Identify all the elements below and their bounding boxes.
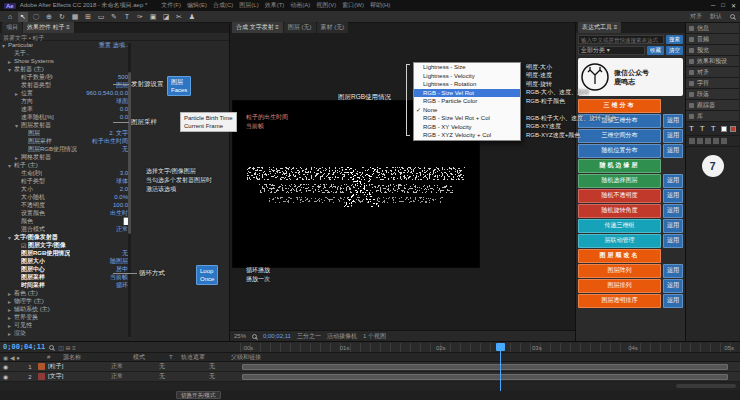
magnify-icon[interactable] (252, 334, 257, 339)
resolution-select[interactable]: 三分之一 (297, 332, 321, 341)
property-value[interactable]: 球面 (116, 97, 128, 106)
effect-property-row[interactable]: 图层大小 随图层 (0, 257, 132, 265)
dropdown-option[interactable]: RGB - Particle Color RGB-粒子颜色 (414, 97, 520, 106)
apply-chip-button[interactable]: 运用 (663, 204, 683, 218)
maximize-icon[interactable]: □ (721, 2, 725, 9)
trkmat-header[interactable]: 轨道遮罩 (178, 353, 228, 362)
tool-icon[interactable]: ▦ (70, 12, 80, 22)
effect-property-row[interactable]: ▸ 位置 960.0,540.0,0.0 (0, 89, 132, 97)
dock-panel-header[interactable]: 信息 (686, 23, 739, 34)
effect-property-row[interactable]: 关于.. (0, 49, 132, 57)
apply-chip-button[interactable]: 运用 (663, 174, 683, 188)
dock-panel-header[interactable]: 段落 (686, 89, 739, 100)
dock-panel-header[interactable]: 对齐 (686, 67, 739, 78)
layer-duration-bar[interactable] (242, 374, 728, 380)
property-value[interactable]: 0.0 (120, 114, 128, 120)
dock-panel-header[interactable]: 库 (686, 111, 739, 122)
tool-icon[interactable]: ✎ (109, 12, 119, 22)
layer-duration-bar[interactable] (242, 364, 728, 370)
menu-item[interactable]: 效果(T) (265, 1, 285, 10)
layer-name[interactable]: [粒子] (48, 362, 111, 371)
property-value[interactable]: 正常 (116, 225, 128, 234)
effect-property-row[interactable]: ▾ 文字/图像发射器 (0, 233, 132, 241)
tool-icon[interactable]: ▭ (96, 12, 106, 22)
dock-panel-header[interactable]: 预览 (686, 45, 739, 56)
clear-button[interactable]: 清空 (666, 46, 683, 55)
minimize-icon[interactable]: ─ (711, 2, 715, 9)
dropdown-option[interactable]: RGB - XYZ Velocity + Col RGB-XYZ速度+颜色 (414, 131, 520, 140)
effect-property-row[interactable]: 发射器类型 图层 (0, 81, 132, 89)
layer-row[interactable]: ◉ 2 [文字] 正常 无 无 (0, 372, 740, 382)
dropdown-option[interactable]: Lightness - Size 明度-大小 (414, 63, 520, 72)
apply-chip-button[interactable]: 运用 (663, 114, 683, 128)
panel-tab[interactable]: 图层 (无) (284, 22, 316, 33)
menu-item[interactable]: 图层(L) (239, 1, 258, 10)
timeline-zoom-scrollbar[interactable] (676, 384, 736, 388)
script-action-button[interactable]: 随机位置分布 (578, 144, 661, 158)
menu-item[interactable]: 文件(F) (161, 1, 181, 10)
layer-color-chip[interactable] (38, 363, 45, 370)
effect-property-row[interactable]: ▾ 发射器 (主) (0, 65, 132, 73)
script-action-button[interactable]: 随机边缘层 (578, 159, 661, 173)
property-value[interactable]: 500 (118, 74, 128, 80)
expression-search-input[interactable] (578, 35, 664, 44)
effect-property-row[interactable]: 方向 球面 (0, 97, 132, 105)
tool-icon[interactable]: ♟ (187, 12, 197, 22)
tool-icon[interactable]: ▣ (148, 12, 158, 22)
apply-chip-button[interactable]: 运用 (663, 264, 683, 278)
search-icon[interactable] (730, 14, 735, 19)
script-action-button[interactable]: 随机选择图层 (578, 174, 661, 188)
tool-icon[interactable]: ↻ (57, 12, 67, 22)
dropdown-option[interactable]: RGB - Size Vel Rot + Col RGB-粒子大小、速度、旋转+… (414, 114, 520, 123)
tool-icon[interactable]: ⊞ (83, 12, 93, 22)
workspace-selector[interactable]: 默认 (710, 12, 722, 21)
property-value[interactable]: 3.0 (120, 170, 128, 176)
script-action-button[interactable]: 图层阵列 (578, 264, 661, 278)
layer-name[interactable]: [文字] (48, 372, 111, 381)
script-action-button[interactable]: 随机旋转角度 (578, 204, 661, 218)
dock-panel-header[interactable]: 字符 (686, 78, 739, 89)
apply-chip-button[interactable]: 运用 (663, 189, 683, 203)
source-name-header[interactable]: 源名称 (60, 353, 130, 362)
parent-link-header[interactable]: 父级和链接 (228, 353, 292, 362)
tool-icon[interactable]: ◪ (161, 12, 171, 22)
tool-icon[interactable]: T (122, 12, 132, 22)
dock-panel-header[interactable]: 效果和预设 (686, 56, 739, 67)
panel-tab[interactable]: 项目 (2, 22, 22, 33)
dropdown-option[interactable]: Lightness - Velocity 明度-速度 (414, 72, 520, 81)
tool-icon[interactable]: ✑ (135, 12, 145, 22)
panel-tab[interactable]: 合成 文字发射 ≡ (232, 22, 283, 33)
property-checkbox[interactable]: ☑ (21, 242, 28, 249)
fill-color-swatch[interactable] (721, 126, 727, 132)
property-value[interactable]: 960.0,540.0,0.0 (86, 90, 128, 96)
effect-property-row[interactable]: 图层RGB使用情况 无 (0, 145, 132, 153)
apply-chip-button[interactable]: 运用 (663, 219, 683, 233)
dock-panel-header[interactable]: 音频 (686, 34, 739, 45)
effect-property-row[interactable]: 粒子类型 球体 (0, 177, 132, 185)
visibility-eye-icon[interactable]: ◉ (0, 373, 22, 380)
menu-item[interactable]: 动画(A) (290, 1, 310, 10)
dropdown-option[interactable]: Lightness - Rotation 明度-旋转 (414, 80, 520, 89)
script-action-button[interactable]: 层联动管理 (578, 234, 661, 248)
search-button[interactable]: 搜索 (666, 35, 683, 44)
toggle-switches-modes-button[interactable]: 切换开关/模式 (176, 391, 221, 399)
property-value[interactable]: 0.0 (120, 106, 128, 112)
dock-panel-header[interactable]: 跟踪器 (686, 100, 739, 111)
dropdown-option[interactable]: ✓ None (414, 106, 520, 115)
time-ruler[interactable]: :00s01s02s03s04s05s (240, 343, 736, 352)
stroke-color-swatch[interactable] (730, 126, 736, 132)
snap-toggle[interactable]: 对齐 (690, 12, 702, 21)
apply-chip-button[interactable]: 运用 (663, 294, 683, 308)
effect-property-row[interactable]: 图层采样 当前帧 (0, 273, 132, 281)
layer-track-matte[interactable]: 无 (159, 362, 209, 371)
apply-chip-button[interactable]: 运用 (663, 279, 683, 293)
script-action-button[interactable]: 传递三维组 (578, 219, 661, 233)
playhead-handle[interactable] (496, 343, 505, 351)
apply-chip-button[interactable]: 运用 (663, 144, 683, 158)
property-value[interactable]: 出生时 (110, 209, 128, 218)
tool-icon[interactable]: ↖ (18, 12, 28, 22)
effect-property-row[interactable]: 颜色 █ (0, 217, 132, 225)
effect-property-row[interactable]: 生命[秒] 3.0 (0, 169, 132, 177)
tool-icon[interactable]: ⌂ (5, 12, 15, 22)
effect-property-row[interactable]: 大小随机 0.0% (0, 193, 132, 201)
